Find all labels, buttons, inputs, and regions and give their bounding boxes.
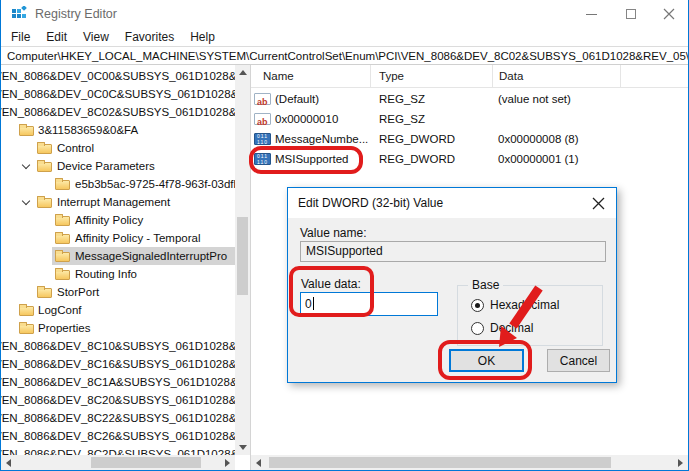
close-button[interactable] bbox=[652, 0, 686, 28]
column-header-type[interactable]: Type bbox=[371, 65, 493, 87]
dialog-close-button[interactable] bbox=[592, 196, 606, 210]
column-header-name[interactable]: Name bbox=[251, 65, 371, 87]
cell-data: (value not set) bbox=[498, 89, 571, 109]
scrollbar-thumb[interactable] bbox=[269, 457, 611, 468]
tree-item[interactable]: e5b3b5ac-9725-4f78-963f-03dfb1 bbox=[1, 175, 235, 193]
cancel-button[interactable]: Cancel bbox=[547, 349, 610, 372]
scroll-left-button[interactable] bbox=[1, 455, 16, 470]
tree-item[interactable]: VEN_8086&DEV_8C20&SUBSYS_061D1028&R bbox=[1, 391, 235, 409]
scroll-down-button[interactable] bbox=[235, 440, 250, 455]
tree-item[interactable]: Interrupt Management bbox=[1, 193, 235, 211]
value-name-field[interactable]: MSISupported bbox=[300, 241, 606, 262]
cell-type: REG_DWORD bbox=[379, 129, 455, 149]
tree-item[interactable]: 3&11583659&0&FA bbox=[1, 121, 235, 139]
tree-item-label: Affinity Policy - Temporal bbox=[75, 229, 200, 247]
tree-item[interactable]: Control bbox=[1, 139, 235, 157]
radio-decimal[interactable]: Decimal bbox=[471, 321, 533, 335]
arrow-left-icon bbox=[256, 459, 261, 467]
tree-item-label: 3&11583659&0&FA bbox=[38, 121, 138, 139]
dword-icon bbox=[254, 153, 271, 165]
scrollbar-thumb[interactable] bbox=[237, 217, 248, 295]
tree-item-label: VEN_8086&DEV_8C1A&SUBSYS_061D1028& bbox=[1, 373, 235, 391]
folder-icon bbox=[37, 288, 52, 298]
tree-item-label: e5b3b5ac-9725-4f78-963f-03dfb1 bbox=[75, 175, 235, 193]
cell-name: MessageNumbe... bbox=[275, 129, 368, 149]
tree-item-label: VEN_8086&DEV_8C22&SUBSYS_061D1028&R bbox=[1, 409, 235, 427]
tree-item[interactable]: Properties bbox=[1, 319, 235, 337]
tree-item[interactable]: VEN_8086&DEV_0C00&SUBSYS_061D1028&R bbox=[1, 67, 235, 85]
tree-item-label: Device Parameters bbox=[57, 157, 155, 175]
arrow-left-icon bbox=[6, 459, 11, 467]
tree-item[interactable]: StorPort bbox=[1, 283, 235, 301]
tree-item[interactable]: VEN_8086&DEV_8C02&SUBSYS_061D1028&R bbox=[1, 103, 235, 121]
tree-item[interactable]: VEN_8086&DEV_8C10&SUBSYS_061D1028&R bbox=[1, 337, 235, 355]
ok-button[interactable]: OK bbox=[449, 349, 524, 372]
menu-help[interactable]: Help bbox=[182, 28, 223, 46]
close-icon bbox=[592, 197, 605, 210]
arrow-right-icon bbox=[678, 459, 683, 467]
tree-item-label: VEN_8086&DEV_8C16&SUBSYS_061D1028&R bbox=[1, 355, 235, 373]
folder-icon bbox=[19, 126, 34, 136]
menu-file[interactable]: File bbox=[3, 28, 38, 46]
menu-favorites[interactable]: Favorites bbox=[117, 28, 182, 46]
tree-item-label: VEN_8086&DEV_8C20&SUBSYS_061D1028&R bbox=[1, 391, 235, 409]
tree-item-label: VEN_8086&DEV_0C00&SUBSYS_061D1028&R bbox=[1, 67, 235, 85]
scrollbar-thumb[interactable] bbox=[91, 457, 201, 468]
address-input[interactable] bbox=[1, 50, 688, 62]
tree-item-label: VEN_8086&DEV_8C02&SUBSYS_061D1028&R bbox=[1, 103, 235, 121]
tree-item-label: Affinity Policy bbox=[75, 211, 143, 229]
tree-item[interactable]: MessageSignaledInterruptPro bbox=[1, 247, 235, 265]
tree-item-label: Properties bbox=[38, 319, 90, 337]
maximize-button[interactable] bbox=[614, 0, 648, 28]
list-horizontal-scrollbar[interactable] bbox=[251, 455, 688, 470]
arrow-up-icon bbox=[239, 70, 247, 75]
minimize-button[interactable] bbox=[574, 0, 608, 28]
tree-item[interactable]: VEN_8086&DEV_0C0C&SUBSYS_061D1028& bbox=[1, 85, 235, 103]
tree-item-label: Control bbox=[57, 139, 94, 157]
tree-vertical-scrollbar[interactable] bbox=[235, 65, 250, 455]
value-name-label: Value name: bbox=[300, 226, 367, 240]
table-row[interactable]: MessageNumbe...REG_DWORD0x00000008 (8) bbox=[251, 129, 688, 149]
tree-item[interactable]: VEN_8086&DEV_8C26&SUBSYS_061D1028&R bbox=[1, 427, 235, 445]
folder-icon bbox=[19, 324, 34, 334]
radio-hexadecimal[interactable]: Hexadecimal bbox=[471, 298, 559, 312]
folder-icon bbox=[55, 180, 70, 190]
scroll-up-button[interactable] bbox=[235, 65, 250, 80]
scroll-left-button[interactable] bbox=[251, 455, 266, 470]
scroll-right-button[interactable] bbox=[220, 455, 235, 470]
tree-item[interactable]: VEN_8086&DEV_8C16&SUBSYS_061D1028&R bbox=[1, 355, 235, 373]
tree-item-label: LogConf bbox=[38, 301, 81, 319]
address-bar bbox=[1, 47, 688, 65]
chevron-down-icon[interactable] bbox=[22, 197, 30, 205]
column-header-data[interactable]: Data bbox=[493, 65, 621, 87]
menu-edit[interactable]: Edit bbox=[38, 28, 75, 46]
value-data-label: Value data: bbox=[301, 277, 361, 291]
table-row[interactable]: (Default)REG_SZ(value not set) bbox=[251, 89, 688, 109]
chevron-down-icon[interactable] bbox=[22, 161, 30, 169]
menu-view[interactable]: View bbox=[75, 28, 117, 46]
tree-panel: VEN_8086&DEV_0C00&SUBSYS_061D1028&RVEN_8… bbox=[1, 65, 251, 470]
maximize-icon bbox=[626, 9, 636, 19]
tree-item-label: Routing Info bbox=[75, 265, 137, 283]
registry-editor-app-icon bbox=[11, 6, 27, 22]
cell-name: 0x00000010 bbox=[275, 109, 338, 129]
tree-item[interactable]: Affinity Policy bbox=[1, 211, 235, 229]
tree-horizontal-scrollbar[interactable] bbox=[1, 455, 235, 470]
cell-type: REG_DWORD bbox=[379, 149, 455, 169]
folder-icon bbox=[55, 270, 70, 280]
minimize-icon bbox=[586, 14, 597, 15]
tree-item[interactable]: VEN_8086&DEV_8C1A&SUBSYS_061D1028& bbox=[1, 373, 235, 391]
tree-item[interactable]: LogConf bbox=[1, 301, 235, 319]
tree-item[interactable]: Device Parameters bbox=[1, 157, 235, 175]
scroll-right-button[interactable] bbox=[673, 455, 688, 470]
tree-item-label: StorPort bbox=[57, 283, 99, 301]
tree-item[interactable]: VEN_8086&DEV_8C2D&SUBSYS_061D1028& bbox=[1, 445, 235, 455]
table-row[interactable]: 0x00000010REG_SZ bbox=[251, 109, 688, 129]
value-data-field[interactable]: 0 bbox=[300, 292, 438, 316]
dword-icon bbox=[254, 133, 271, 145]
tree-item[interactable]: Affinity Policy - Temporal bbox=[1, 229, 235, 247]
table-row[interactable]: MSISupportedREG_DWORD0x00000001 (1) bbox=[251, 149, 688, 169]
tree-item[interactable]: Routing Info bbox=[1, 265, 235, 283]
tree-item[interactable]: VEN_8086&DEV_8C22&SUBSYS_061D1028&R bbox=[1, 409, 235, 427]
cell-name: (Default) bbox=[275, 89, 319, 109]
